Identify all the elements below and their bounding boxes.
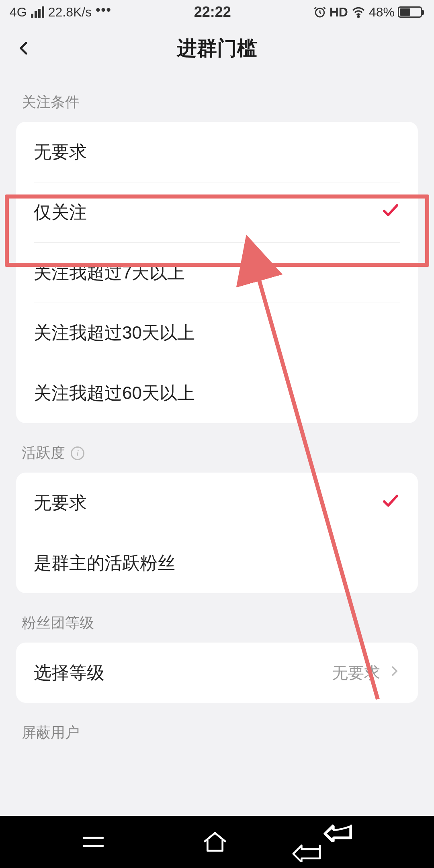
- page-title: 进群门槛: [177, 35, 257, 62]
- android-back-button[interactable]: [323, 822, 355, 862]
- section-header-blocked-label: 屏蔽用户: [22, 723, 80, 743]
- network-speed: 22.8K/s: [48, 5, 92, 20]
- android-nav-bar: [0, 816, 434, 868]
- alarm-icon: [313, 6, 326, 18]
- wifi-icon: [351, 6, 366, 18]
- battery-percent: 48%: [369, 5, 395, 20]
- option-label: 关注我超过60天以上: [34, 381, 195, 405]
- status-bar: 4G 22.8K/s ••• 22:22 HD 48%: [0, 0, 434, 24]
- section-header-fanlevel-label: 粉丝团等级: [22, 613, 94, 633]
- status-time: 22:22: [194, 4, 231, 20]
- option-follow-60days[interactable]: 关注我超过60天以上: [16, 363, 418, 423]
- check-icon: [381, 491, 400, 514]
- fanlevel-group: 选择等级 无要求: [16, 643, 418, 703]
- option-label: 无要求: [34, 140, 87, 164]
- recent-apps-button[interactable]: [79, 832, 107, 852]
- follow-options-group: 无要求 仅关注 关注我超过7天以上 关注我超过30天以上 关注我超过60天以上: [16, 122, 418, 423]
- chevron-right-icon: [388, 663, 400, 683]
- nav-bar: 进群门槛: [0, 24, 434, 72]
- option-label: 仅关注: [34, 201, 87, 224]
- svg-point-1: [358, 16, 359, 17]
- hd-label: HD: [330, 5, 348, 20]
- home-button[interactable]: [201, 830, 229, 854]
- row-value: 无要求: [332, 662, 380, 684]
- option-label: 是群主的活跃粉丝: [34, 551, 175, 575]
- option-follow-7days[interactable]: 关注我超过7天以上: [16, 242, 418, 303]
- more-dots-icon: •••: [96, 2, 112, 17]
- battery-icon: [398, 6, 422, 18]
- option-activity-none[interactable]: 无要求: [16, 473, 418, 533]
- option-label: 关注我超过7天以上: [34, 261, 185, 285]
- section-header-activity: 活跃度 i: [16, 423, 418, 473]
- activity-options-group: 无要求 是群主的活跃粉丝: [16, 473, 418, 593]
- section-header-activity-label: 活跃度: [22, 443, 65, 463]
- section-header-fanlevel: 粉丝团等级: [16, 593, 418, 643]
- section-header-blocked: 屏蔽用户: [16, 703, 418, 747]
- section-header-follow-label: 关注条件: [22, 92, 80, 112]
- option-no-requirement[interactable]: 无要求: [16, 122, 418, 182]
- info-icon[interactable]: i: [71, 446, 84, 460]
- select-level-row[interactable]: 选择等级 无要求: [16, 643, 418, 703]
- option-label: 关注我超过30天以上: [34, 321, 195, 345]
- section-header-follow: 关注条件: [16, 72, 418, 122]
- signal-icon: [31, 6, 44, 18]
- check-icon: [381, 201, 400, 224]
- row-label: 选择等级: [34, 661, 104, 685]
- option-follow-only[interactable]: 仅关注: [16, 182, 418, 242]
- back-button[interactable]: [16, 40, 32, 56]
- status-left: 4G 22.8K/s •••: [10, 5, 112, 20]
- option-follow-30days[interactable]: 关注我超过30天以上: [16, 303, 418, 363]
- status-right: HD 48%: [313, 5, 422, 20]
- network-type: 4G: [10, 5, 27, 20]
- option-active-fan[interactable]: 是群主的活跃粉丝: [16, 533, 418, 593]
- option-label: 无要求: [34, 491, 87, 515]
